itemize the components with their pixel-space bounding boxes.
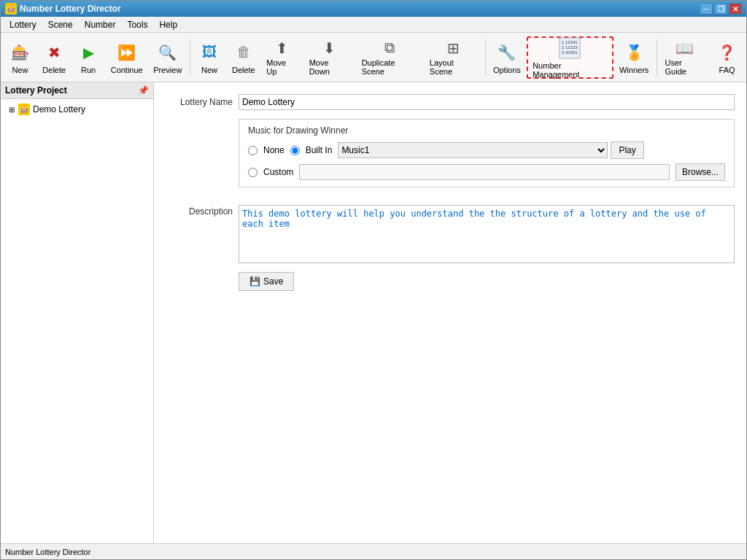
custom-label: Custom [263, 167, 293, 177]
title-bar: 🎰 Number Lottery Director ─ ❐ ✕ [1, 1, 746, 17]
menu-number[interactable]: Number [79, 18, 122, 31]
move-down-icon: ⬇ [318, 39, 341, 57]
continue-icon: ⏩ [115, 41, 139, 64]
save-row: 💾 Save [239, 272, 735, 291]
new-scene-button[interactable]: 🖼 New [193, 36, 226, 79]
main-area: Lottery Project 📌 ⊞ 🎰 Demo Lottery Lotte… [1, 82, 746, 543]
menu-help[interactable]: Help [153, 18, 183, 31]
preview-label: Preview [153, 66, 182, 74]
restore-button[interactable]: ❐ [714, 3, 727, 15]
custom-music-input[interactable] [299, 164, 670, 180]
radio-custom[interactable] [248, 168, 258, 177]
preview-icon: 🔍 [156, 41, 179, 64]
delete-scene-icon: 🗑 [232, 41, 255, 64]
layout-label: Layout Scene [430, 58, 477, 76]
new-scene-label: New [201, 66, 217, 74]
sidebar-content: ⊞ 🎰 Demo Lottery [1, 99, 153, 543]
content-area: Lottery Name Music for Drawing Winner No… [154, 82, 746, 543]
delete-scene-label: Delete [232, 66, 255, 74]
demo-lottery-label: Demo Lottery [33, 104, 85, 114]
music-section-title: Music for Drawing Winner [248, 125, 725, 136]
continue-button[interactable]: ⏩ Continue [106, 36, 147, 79]
description-label: Description [166, 205, 239, 217]
options-button[interactable]: 🔧 Options [489, 36, 526, 79]
user-guide-icon: 📖 [673, 39, 696, 57]
music-radio-row: None Built In Music1 Music2 Music3 Play [248, 141, 725, 159]
run-label: Run [81, 66, 96, 74]
music-section: Music for Drawing Winner None Built In M… [239, 119, 735, 187]
lottery-tree-icon: 🎰 [18, 104, 30, 115]
lottery-name-label: Lottery Name [166, 97, 239, 107]
number-management-label: Number Management [533, 61, 608, 79]
duplicate-scene-button[interactable]: ⧉ Duplicate Scene [357, 36, 423, 79]
layout-scene-button[interactable]: ⊞ Layout Scene [425, 36, 482, 79]
tree-item-demo-lottery[interactable]: ⊞ 🎰 Demo Lottery [4, 102, 150, 117]
delete-scene-button[interactable]: 🗑 Delete [227, 36, 260, 79]
svg-text:2 12123: 2 12123 [562, 45, 578, 50]
music-dropdown[interactable]: Music1 Music2 Music3 [338, 142, 608, 158]
faq-icon: ❓ [716, 41, 739, 64]
browse-button[interactable]: Browse... [676, 163, 725, 181]
layout-icon: ⊞ [441, 39, 465, 57]
minimize-button[interactable]: ─ [700, 3, 713, 15]
delete-icon: ✖ [42, 41, 66, 64]
app-icon: 🎰 [5, 3, 17, 15]
save-icon: 💾 [249, 276, 260, 287]
window-title: Number Lottery Director [20, 4, 700, 14]
music-section-row: Music for Drawing Winner None Built In M… [166, 119, 735, 196]
menu-scene[interactable]: Scene [42, 18, 79, 31]
delete-button[interactable]: ✖ Delete [38, 36, 71, 79]
main-window: 🎰 Number Lottery Director ─ ❐ ✕ Lottery … [0, 0, 747, 560]
new-lottery-button[interactable]: 🎰 New [4, 36, 36, 79]
winners-label: Winners [619, 66, 649, 74]
move-up-label: Move Up [266, 58, 297, 76]
lottery-name-row: Lottery Name [166, 94, 735, 110]
none-label: None [263, 145, 285, 155]
sidebar: Lottery Project 📌 ⊞ 🎰 Demo Lottery [1, 82, 154, 543]
winners-button[interactable]: 🏅 Winners [615, 36, 654, 79]
faq-label: FAQ [719, 66, 735, 74]
svg-text:1 12341: 1 12341 [562, 40, 578, 44]
user-guide-button[interactable]: 📖 User Guide [660, 36, 710, 79]
user-guide-label: User Guide [665, 58, 705, 76]
faq-button[interactable]: ❓ FAQ [711, 36, 743, 79]
lottery-name-input[interactable] [239, 94, 735, 110]
move-down-label: Move Down [309, 58, 350, 76]
winners-icon: 🏅 [622, 41, 646, 64]
status-bar: Number Lottery Director [1, 543, 746, 559]
number-management-icon: 1 12341 2 12123 3 32901 [558, 36, 581, 60]
move-up-button[interactable]: ⬆ Move Up [261, 36, 302, 79]
continue-label: Continue [111, 66, 143, 74]
svg-text:3 32901: 3 32901 [562, 50, 578, 55]
move-down-button[interactable]: ⬇ Move Down [304, 36, 355, 79]
toolbar: 🎰 New ✖ Delete ▶ Run ⏩ Continue 🔍 Previe… [1, 33, 746, 82]
menu-lottery[interactable]: Lottery [4, 18, 42, 31]
radio-none[interactable] [248, 146, 258, 155]
save-button[interactable]: 💾 Save [239, 272, 294, 291]
menu-tools[interactable]: Tools [121, 18, 153, 31]
duplicate-icon: ⧉ [378, 39, 401, 57]
play-button[interactable]: Play [611, 141, 643, 159]
move-up-icon: ⬆ [270, 39, 293, 57]
music-select-row: Music1 Music2 Music3 Play [338, 141, 643, 159]
built-in-label: Built In [306, 145, 333, 155]
radio-builtin[interactable] [290, 146, 300, 155]
run-button[interactable]: ▶ Run [72, 36, 105, 79]
preview-button[interactable]: 🔍 Preview [149, 36, 187, 79]
lottery-icon: 🎰 [8, 41, 31, 64]
separator-1 [190, 39, 190, 76]
duplicate-label: Duplicate Scene [362, 58, 418, 76]
tree-expand-icon[interactable]: ⊞ [7, 104, 17, 114]
description-row: Description This demo lottery will help … [166, 205, 735, 263]
new-scene-icon: 🖼 [198, 41, 221, 64]
custom-row: Custom Browse... [248, 163, 725, 181]
description-textarea[interactable]: This demo lottery will help you understa… [239, 205, 735, 263]
new-lottery-label: New [12, 66, 28, 74]
sidebar-header: Lottery Project 📌 [1, 82, 153, 99]
options-icon: 🔧 [495, 41, 519, 64]
window-controls: ─ ❐ ✕ [700, 3, 742, 15]
status-text: Number Lottery Director [5, 548, 90, 556]
close-button[interactable]: ✕ [729, 3, 742, 15]
number-management-button[interactable]: 1 12341 2 12123 3 32901 Number Managemen… [527, 36, 614, 79]
options-label: Options [493, 66, 521, 74]
